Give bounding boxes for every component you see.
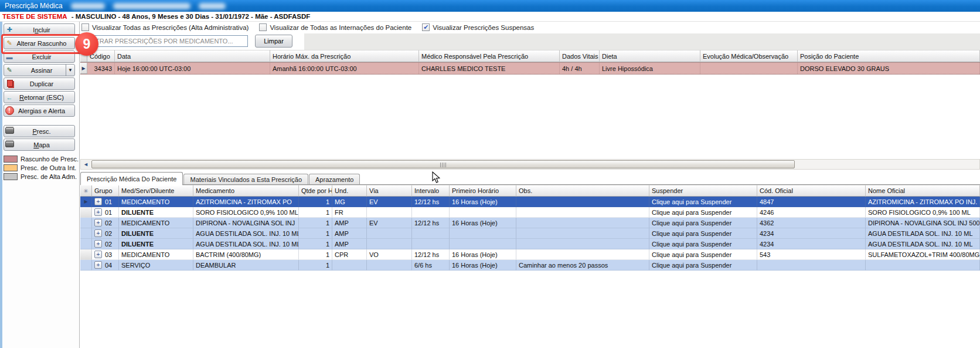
column-header-grupo[interactable]: Grupo▲ [92, 185, 119, 197]
suspend-link[interactable]: Clique aqui para Suspender [649, 228, 757, 239]
pencil-icon: ✎ [4, 39, 15, 47]
medication-row[interactable]: +04SERVIÇODEAMBULAR16/6 hs16 Horas (Hoje… [80, 260, 980, 271]
sidebar-button-label: Mapa [15, 141, 74, 148]
medication-row[interactable]: +01DILUENTESORO FISIOLOGICO 0,9% 100 ML1… [80, 207, 980, 218]
medication-row[interactable]: +02MEDICAMENTODIPIRONA - NOVALGINA SOL I… [80, 218, 980, 228]
sidebar-button-incluir[interactable]: ✚Incluir [4, 23, 75, 36]
sidebar-button-label: Excluir [15, 53, 74, 60]
cell-grupo: +02 [92, 239, 119, 249]
prescription-row[interactable]: ▶ 34343 Hoje 16:00:00 UTC-03:00 Amanhã 1… [80, 62, 980, 75]
expand-plus-icon[interactable]: + [94, 240, 102, 248]
sidebar-button-duplicar[interactable]: Duplicar [4, 77, 75, 90]
tab-prescricao-medica[interactable]: Prescrição Médica Do Paciente [80, 172, 183, 185]
medication-row[interactable]: +02DILUENTEAGUA DESTILADA SOL. INJ. 10 M… [80, 228, 980, 239]
expand-plus-icon[interactable]: + [94, 198, 102, 205]
expand-plus-icon[interactable]: + [94, 261, 102, 269]
suspend-link[interactable]: Clique aqui para Suspender [649, 197, 757, 207]
sidebar-button-retornar-esc[interactable]: ←Retornar (ESC) [4, 91, 75, 103]
back-icon: ← [4, 94, 15, 101]
cell-nome-oficial: AGUA DESTILADA SOL. INJ. 10 ML [866, 239, 980, 249]
cell-obs [516, 239, 649, 249]
medication-row[interactable]: +02DILUENTEAGUA DESTILADA SOL. INJ. 10 M… [80, 239, 980, 249]
sidebar-button-assinar[interactable]: ✎Assinar▼ [4, 64, 75, 76]
column-header[interactable]: Dados Vitais [560, 50, 600, 62]
cell-obs [516, 197, 649, 207]
header-gutter: ✳ [80, 185, 92, 197]
column-header[interactable]: Medicamento [193, 185, 299, 197]
checkbox-suspended-prescriptions[interactable]: Visualizar Prescrições Suspensas [422, 23, 534, 31]
checkbox-label: Visualizar Todas as Prescrições (Alta Ad… [92, 24, 249, 31]
cell-grupo: +02 [92, 228, 119, 239]
column-header[interactable]: Cód. Oficial [757, 185, 866, 197]
cell-und: MG [332, 197, 367, 207]
column-header[interactable]: Med/Serv/Diluente [119, 185, 193, 197]
cell-tipo: DILUENTE [119, 228, 193, 239]
cell-medicamento: SORO FISIOLOGICO 0,9% 100 ML [193, 207, 299, 218]
sidebar-button-mapa[interactable]: Mapa [4, 138, 75, 151]
cell-qtde: 1 [299, 218, 332, 228]
sidebar-button-alterar-rascunho[interactable]: ✎Alterar Rascunho [4, 37, 75, 49]
medication-row[interactable]: +03MEDICAMENTOBACTRIM (400/80MG)1CPRVO12… [80, 249, 980, 260]
medication-row[interactable]: ▶+01MEDICAMENTOAZITROMICINA - ZITROMAX P… [80, 197, 980, 207]
cell-data: Hoje 16:00:00 UTC-03:00 [115, 63, 270, 74]
suspend-link[interactable]: Clique aqui para Suspender [649, 218, 757, 228]
column-header[interactable]: Qtde por Hc [299, 185, 332, 197]
clear-button[interactable]: Limpar [255, 35, 292, 48]
column-header[interactable]: Obs. [516, 185, 649, 197]
sidebar-button-excluir[interactable]: ▬Excluir [4, 50, 75, 63]
cell-tipo: MEDICAMENTO [119, 249, 193, 260]
chevron-down-icon[interactable]: ▼ [66, 65, 74, 76]
cell-primeiro-horario: 16 Horas (Hoje) [450, 260, 516, 271]
column-header[interactable]: Evolução Médica/Observação [700, 50, 798, 62]
tab-materiais-vinculados[interactable]: Materiais Vinculados a Esta Prescrição [183, 174, 308, 185]
cell-primeiro-horario [450, 207, 516, 218]
column-header[interactable]: Data [115, 50, 270, 62]
expand-plus-icon[interactable]: + [94, 219, 102, 227]
column-header[interactable]: Primeiro Horário [450, 185, 516, 197]
checkbox-all-prescriptions[interactable]: Visualizar Todas as Prescrições (Alta Ad… [81, 23, 249, 31]
cell-obs [516, 218, 649, 228]
column-header[interactable]: Posição do Paciente [798, 50, 980, 62]
column-header[interactable]: Intervalo [412, 185, 450, 197]
column-header[interactable]: Dieta [600, 50, 700, 62]
checkbox-all-admissions[interactable]: Visualizar de Todas as Internações do Pa… [259, 23, 411, 31]
expand-plus-icon[interactable]: + [94, 208, 102, 216]
legend-label: Presc. de Alta Adm. [21, 173, 77, 180]
suspend-link[interactable]: Clique aqui para Suspender [649, 249, 757, 260]
medication-filter-input[interactable] [84, 35, 248, 47]
cell-qtde: 1 [299, 249, 332, 260]
suspend-link[interactable]: Clique aqui para Suspender [649, 260, 757, 271]
annotation-step-badge: 9 [75, 32, 98, 56]
horizontal-scrollbar[interactable]: ◄ [80, 159, 980, 170]
column-header[interactable]: Und. [332, 185, 367, 197]
expand-plus-icon[interactable]: + [94, 229, 102, 237]
cell-tipo: MEDICAMENTO [119, 197, 193, 207]
column-header[interactable]: Horário Máx. da Prescrição [270, 50, 419, 62]
expand-plus-icon[interactable]: + [94, 251, 102, 258]
sidebar-button-label: Alergias e Alerta [15, 107, 74, 114]
sidebar-button-presc[interactable]: Presc. [4, 125, 75, 137]
scrollbar-thumb[interactable] [91, 160, 795, 168]
scroll-left-icon[interactable]: ◄ [81, 160, 90, 168]
tab-aprazamento[interactable]: Aprazamento [309, 174, 360, 185]
legend-item: Presc. de Alta Adm. [4, 172, 79, 181]
cell-tipo: DILUENTE [119, 207, 193, 218]
column-header[interactable]: Médico Responsável Pela Prescrição [419, 50, 560, 62]
cell-qtde: 1 [299, 197, 332, 207]
column-header[interactable]: Suspender [649, 185, 757, 197]
suspend-link[interactable]: Clique aqui para Suspender [649, 239, 757, 249]
column-header[interactable]: Via [367, 185, 412, 197]
cell-medicamento: AGUA DESTILADA SOL. INJ. 10 ML [193, 239, 299, 249]
suspend-link[interactable]: Clique aqui para Suspender [649, 207, 757, 218]
sidebar-button-label: Alterar Rascunho [15, 40, 74, 47]
cell-nome-oficial: SORO FISIOLOGICO 0,9% 100 ML [866, 207, 980, 218]
cell-intervalo: 6/6 hs [412, 260, 450, 271]
cell-medicamento: BACTRIM (400/80MG) [193, 249, 299, 260]
column-header[interactable]: Nome Oficial [866, 185, 980, 197]
cell-qtde: 1 [299, 207, 332, 218]
cell-cod-oficial: 4234 [757, 228, 866, 239]
cell-nome-oficial: AGUA DESTILADA SOL. INJ. 10 ML [866, 228, 980, 239]
cell-dieta: Livre Hipossódica [600, 63, 700, 74]
sidebar-button-alergias-e-alerta[interactable]: !Alergias e Alerta [4, 104, 75, 117]
legend-color-swatch [4, 173, 18, 180]
